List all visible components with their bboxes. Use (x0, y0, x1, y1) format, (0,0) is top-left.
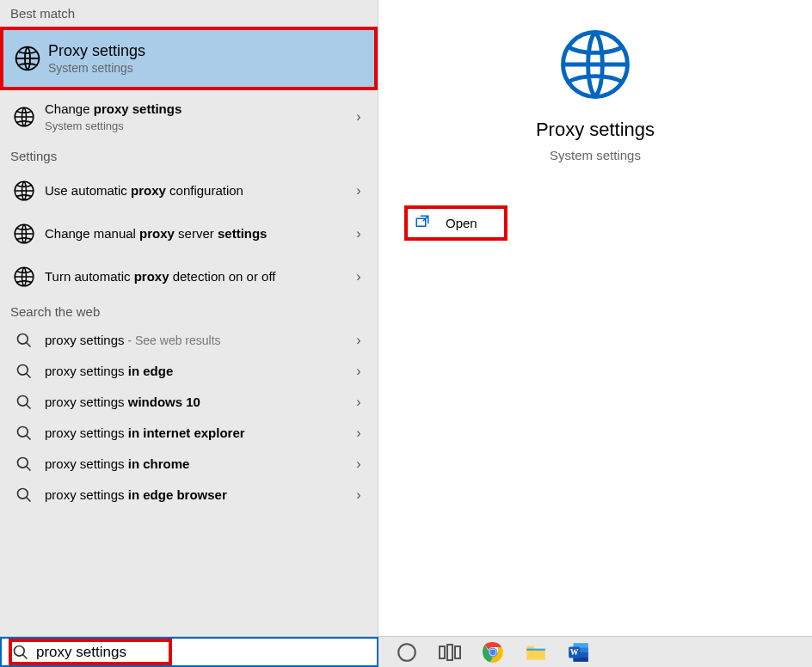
svg-point-13 (15, 646, 25, 656)
svg-point-10 (18, 489, 28, 499)
web-result-4[interactable]: proxy settings in chrome › (0, 449, 378, 480)
result-title: Proxy settings (48, 42, 359, 59)
open-label: Open (435, 216, 477, 230)
result-change-manual-proxy[interactable]: Change manual proxy server settings › (0, 212, 378, 255)
chevron-right-icon: › (348, 109, 369, 125)
result-change-proxy-settings[interactable]: Change proxy settings System settings › (0, 90, 378, 143)
result-title: proxy settings - See web results (45, 332, 341, 349)
result-title: proxy settings in edge (45, 363, 341, 380)
result-turn-automatic-proxy[interactable]: Turn automatic proxy detection on or off… (0, 255, 378, 298)
result-title: Use automatic proxy configuration (45, 182, 341, 199)
globe-icon (10, 106, 38, 128)
search-box[interactable] (0, 637, 378, 667)
result-subtitle: System settings (45, 119, 341, 132)
detail-title: Proxy settings (378, 119, 812, 141)
web-result-3[interactable]: proxy settings in internet explorer › (0, 418, 378, 449)
result-title: proxy settings in chrome (45, 456, 341, 473)
open-icon (415, 214, 435, 232)
svg-point-6 (18, 365, 28, 376)
detail-panel: Proxy settings System settings Open (378, 0, 812, 636)
search-icon (10, 486, 38, 504)
search-icon (10, 363, 38, 380)
result-use-automatic-proxy[interactable]: Use automatic proxy configuration › (0, 169, 378, 212)
chevron-right-icon: › (348, 456, 369, 472)
chevron-right-icon: › (348, 183, 369, 199)
chrome-icon[interactable] (482, 641, 504, 664)
svg-point-21 (490, 649, 496, 655)
chevron-right-icon: › (348, 364, 369, 379)
chevron-right-icon: › (348, 269, 369, 285)
svg-text:W: W (570, 647, 579, 657)
cortana-icon[interactable] (396, 641, 418, 664)
svg-point-8 (18, 427, 28, 438)
search-input[interactable] (31, 644, 218, 661)
result-best-proxy-settings[interactable]: Proxy settings System settings (0, 27, 378, 90)
result-subtitle: System settings (48, 61, 359, 75)
search-icon (10, 332, 38, 349)
results-panel: Best match Proxy settings System setting… (0, 0, 378, 636)
result-title: Change proxy settings (45, 101, 341, 118)
result-title: proxy settings in internet explorer (45, 425, 341, 442)
search-icon (12, 644, 31, 661)
chevron-right-icon: › (348, 333, 369, 348)
web-result-2[interactable]: proxy settings windows 10 › (0, 387, 378, 418)
web-result-5[interactable]: proxy settings in edge browser › (0, 480, 378, 511)
file-explorer-icon[interactable] (525, 641, 547, 664)
taskbar: W (0, 636, 812, 667)
globe-icon (10, 266, 38, 288)
chevron-right-icon: › (348, 395, 369, 410)
result-title: proxy settings in edge browser (45, 486, 341, 504)
chevron-right-icon: › (348, 487, 369, 503)
open-button[interactable]: Open (404, 205, 508, 241)
result-title: Change manual proxy server settings (45, 225, 341, 242)
section-settings: Settings (0, 143, 378, 169)
section-best-match: Best match (0, 0, 378, 27)
result-title: Turn automatic proxy detection on or off (45, 268, 341, 285)
search-icon (10, 456, 38, 473)
svg-point-7 (18, 396, 28, 407)
svg-point-9 (18, 458, 28, 468)
svg-rect-15 (440, 646, 445, 658)
svg-point-5 (18, 334, 28, 345)
web-result-1[interactable]: proxy settings in edge › (0, 356, 378, 387)
word-icon[interactable]: W (568, 641, 590, 664)
svg-rect-17 (455, 646, 460, 658)
task-view-icon[interactable] (439, 641, 461, 664)
detail-subtitle: System settings (378, 148, 812, 162)
section-search-web: Search the web (0, 298, 378, 325)
svg-point-14 (398, 644, 415, 661)
globe-icon (10, 223, 38, 245)
globe-icon (10, 180, 38, 202)
globe-icon (14, 43, 41, 74)
search-icon (10, 425, 38, 442)
globe-icon (378, 26, 812, 103)
web-result-0[interactable]: proxy settings - See web results › (0, 325, 378, 356)
result-title: proxy settings windows 10 (45, 394, 341, 411)
svg-rect-16 (447, 645, 452, 660)
chevron-right-icon: › (348, 226, 369, 242)
search-icon (10, 394, 38, 411)
chevron-right-icon: › (348, 425, 369, 441)
